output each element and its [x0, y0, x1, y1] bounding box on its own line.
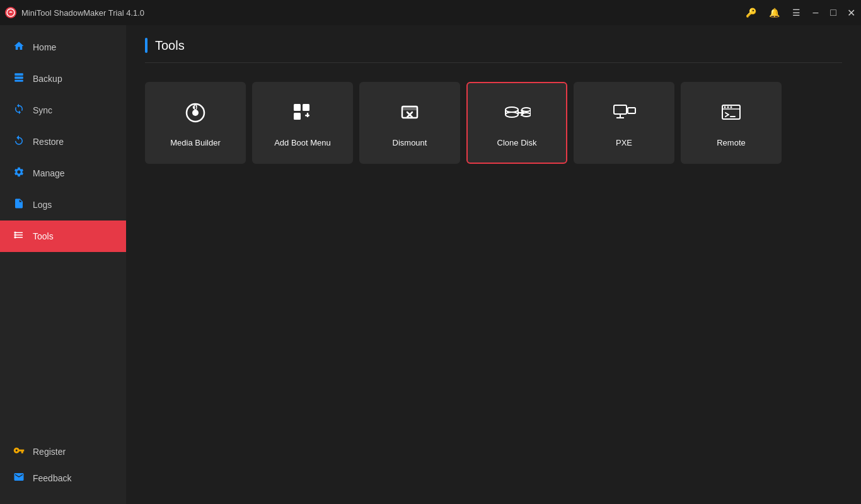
- svg-rect-4: [14, 232, 16, 234]
- tool-label-pxe: PXE: [616, 138, 632, 147]
- register-icon: [13, 445, 25, 459]
- dismount-icon: [396, 99, 424, 130]
- tools-icon: [13, 229, 25, 243]
- tool-label-remote: Remote: [717, 138, 746, 147]
- sidebar-item-register[interactable]: Register: [0, 438, 126, 465]
- svg-point-21: [506, 112, 518, 117]
- page-header-bar: [145, 38, 147, 53]
- sidebar-label-register: Register: [33, 447, 66, 457]
- tool-label-add-boot-menu: Add Boot Menu: [274, 138, 331, 147]
- tool-card-dismount[interactable]: Dismount: [359, 82, 460, 164]
- sidebar-label-tools: Tools: [33, 231, 54, 241]
- sidebar-label-sync: Sync: [33, 105, 52, 115]
- sidebar-label-logs: Logs: [33, 200, 52, 210]
- svg-rect-11: [294, 113, 301, 120]
- key-icon[interactable]: 🔑: [743, 5, 759, 20]
- manage-icon: [13, 166, 25, 180]
- svg-rect-3: [14, 80, 23, 82]
- sidebar-item-manage[interactable]: Manage: [0, 158, 126, 189]
- svg-rect-30: [628, 108, 635, 113]
- tool-card-pxe[interactable]: PXE: [574, 82, 674, 164]
- svg-rect-10: [303, 104, 309, 111]
- svg-rect-27: [614, 105, 627, 114]
- sidebar-item-feedback[interactable]: Feedback: [0, 465, 126, 491]
- title-bar-controls: 🔑 🔔 ☰ – □ ✕: [743, 5, 856, 20]
- svg-rect-15: [402, 106, 417, 110]
- svg-point-18: [506, 107, 518, 112]
- bell-icon[interactable]: 🔔: [766, 5, 782, 20]
- feedback-icon: [13, 471, 25, 485]
- sidebar-label-restore: Restore: [33, 137, 64, 147]
- tool-label-dismount: Dismount: [393, 138, 427, 147]
- svg-point-37: [731, 106, 732, 108]
- title-bar: MiniTool ShadowMaker Trial 4.1.0 🔑 🔔 ☰ –…: [0, 0, 861, 25]
- tool-card-clone-disk[interactable]: Clone Disk: [466, 82, 567, 164]
- sidebar: Home Backup Sync Restore: [0, 25, 126, 504]
- remote-icon: [717, 99, 745, 130]
- pxe-icon: [610, 99, 638, 130]
- tool-label-clone-disk: Clone Disk: [497, 138, 537, 147]
- page-title: Tools: [155, 38, 185, 53]
- svg-point-8: [192, 110, 199, 116]
- sidebar-item-backup[interactable]: Backup: [0, 63, 126, 94]
- svg-rect-2: [14, 77, 23, 79]
- media-builder-icon: [182, 99, 209, 130]
- title-bar-left: MiniTool ShadowMaker Trial 4.1.0: [5, 7, 144, 18]
- sidebar-item-home[interactable]: Home: [0, 32, 126, 63]
- clone-disk-icon: [503, 99, 531, 130]
- menu-icon[interactable]: ☰: [790, 5, 803, 20]
- home-icon: [13, 40, 25, 54]
- sidebar-item-sync[interactable]: Sync: [0, 94, 126, 126]
- close-button[interactable]: ✕: [846, 8, 856, 18]
- maximize-button[interactable]: □: [828, 8, 838, 18]
- svg-rect-13: [307, 113, 309, 117]
- svg-rect-9: [294, 104, 301, 111]
- svg-rect-6: [14, 236, 16, 238]
- content-area: Tools Media Builder: [126, 25, 861, 504]
- svg-point-35: [724, 106, 726, 108]
- tools-grid: Media Builder Add Boot Menu: [145, 82, 842, 164]
- minimize-button[interactable]: –: [811, 8, 821, 18]
- restore-icon: [13, 135, 25, 149]
- app-title: MiniTool ShadowMaker Trial 4.1.0: [21, 8, 144, 18]
- sidebar-item-restore[interactable]: Restore: [0, 126, 126, 158]
- sidebar-nav: Home Backup Sync Restore: [0, 25, 126, 438]
- tool-card-remote[interactable]: Remote: [681, 82, 782, 164]
- main-layout: Home Backup Sync Restore: [0, 25, 861, 504]
- add-boot-menu-icon: [289, 99, 316, 130]
- app-logo: [5, 7, 16, 18]
- svg-point-26: [522, 113, 531, 117]
- sidebar-bottom: Register Feedback: [0, 438, 126, 504]
- sync-icon: [13, 103, 25, 117]
- sidebar-label-feedback: Feedback: [33, 473, 71, 483]
- sidebar-label-home: Home: [33, 42, 56, 52]
- svg-rect-5: [14, 234, 16, 236]
- tool-label-media-builder: Media Builder: [170, 138, 221, 147]
- sidebar-label-backup: Backup: [33, 74, 62, 84]
- tool-card-add-boot-menu[interactable]: Add Boot Menu: [252, 82, 353, 164]
- tool-card-media-builder[interactable]: Media Builder: [145, 82, 246, 164]
- page-header: Tools: [145, 38, 842, 63]
- svg-rect-1: [14, 73, 23, 76]
- sidebar-label-manage: Manage: [33, 168, 65, 178]
- sidebar-item-logs[interactable]: Logs: [0, 189, 126, 220]
- logs-icon: [13, 198, 25, 212]
- svg-point-23: [522, 108, 531, 112]
- backup-icon: [13, 72, 25, 86]
- svg-point-36: [727, 106, 729, 108]
- sidebar-item-tools[interactable]: Tools: [0, 220, 126, 252]
